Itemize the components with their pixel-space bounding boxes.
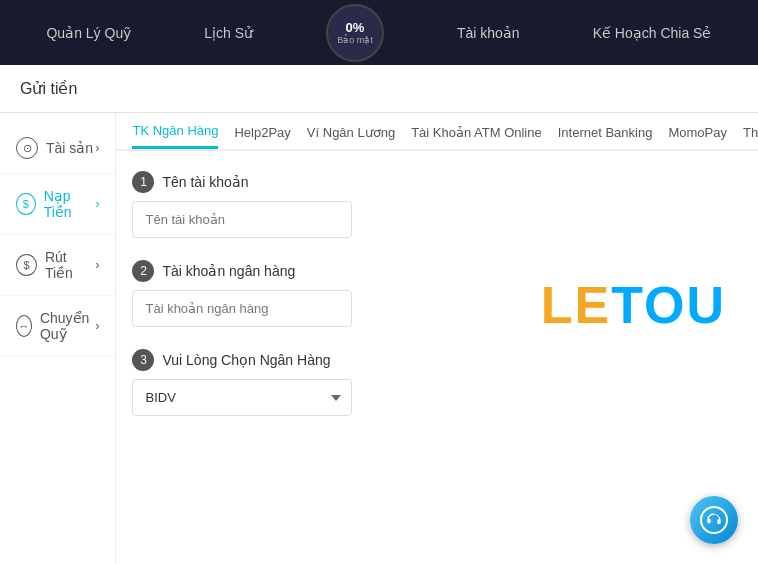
form-label-tai-khoan-ngan-hang: 2 Tài khoản ngân hàng — [132, 260, 453, 282]
chevron-tai-san: › — [95, 141, 99, 155]
label-text-ten-tai-khoan: Tên tài khoản — [162, 174, 248, 190]
letou-logo: LETOU — [541, 275, 726, 335]
tab-help2pay[interactable]: Help2Pay — [234, 125, 290, 148]
label-text-tai-khoan-ngan-hang: Tài khoản ngân hàng — [162, 263, 295, 279]
sidebar: ⊙ Tài sản › $ Nạp Tiền › $ Rút Tiền › ↔ … — [0, 113, 116, 564]
chat-icon — [700, 506, 728, 534]
page-title: Gửi tiền — [20, 80, 77, 97]
tabs-row: TK Ngân Hàng Help2Pay Ví Ngân Lương Tài … — [116, 113, 758, 151]
nav-quan-ly-quy[interactable]: Quản Lý Quỹ — [46, 25, 131, 41]
main-nav: Quản Lý Quỹ Lịch Sử 0% Bảo mật Tài khoản… — [30, 4, 728, 62]
sidebar-item-nap-tien[interactable]: $ Nạp Tiền › — [0, 174, 115, 235]
step-num-2: 2 — [132, 260, 154, 282]
sidebar-item-tai-san[interactable]: ⊙ Tài sản › — [0, 123, 115, 174]
sidebar-label-nap-tien: Nạp Tiền — [44, 188, 96, 220]
chon-ngan-hang-select[interactable]: BIDV Vietcombank Techcombank VPBank ACB … — [132, 379, 352, 416]
ten-tai-khoan-input[interactable] — [132, 201, 352, 238]
form-group-ten-tai-khoan: 1 Tên tài khoản — [132, 171, 453, 238]
form-content: 1 Tên tài khoản 2 Tài khoản ngân hàng — [116, 151, 758, 458]
header: Quản Lý Quỹ Lịch Sử 0% Bảo mật Tài khoản… — [0, 0, 758, 65]
nav-tai-khoan[interactable]: Tài khoản — [457, 25, 520, 41]
form-right: LETOU — [473, 171, 758, 438]
form-group-tai-khoan-ngan-hang: 2 Tài khoản ngân hàng — [132, 260, 453, 327]
page-title-bar: Gửi tiền — [0, 65, 758, 113]
sidebar-label-chuyen-quy: Chuyển Quỹ — [40, 310, 96, 342]
form-left: 1 Tên tài khoản 2 Tài khoản ngân hàng — [132, 171, 453, 438]
form-label-chon-ngan-hang: 3 Vui Lòng Chọn Ngân Hàng — [132, 349, 453, 371]
headset-icon — [706, 512, 722, 528]
chevron-chuyen-quy: › — [95, 319, 99, 333]
tab-tai-khoan-atm[interactable]: Tài Khoản ATM Online — [411, 125, 542, 148]
label-text-chon-ngan-hang: Vui Lòng Chọn Ngân Hàng — [162, 352, 330, 368]
content-area: TK Ngân Hàng Help2Pay Ví Ngân Lương Tài … — [116, 113, 758, 564]
sidebar-label-rut-tien: Rút Tiền — [45, 249, 96, 281]
form-label-ten-tai-khoan: 1 Tên tài khoản — [132, 171, 453, 193]
security-circle[interactable]: 0% Bảo mật — [326, 4, 384, 62]
step-num-3: 3 — [132, 349, 154, 371]
main-layout: ⊙ Tài sản › $ Nạp Tiền › $ Rút Tiền › ↔ … — [0, 113, 758, 564]
security-label: Bảo mật — [337, 35, 373, 45]
chuyen-quy-icon: ↔ — [16, 315, 32, 337]
letou-tou: TOU — [611, 276, 726, 334]
form-group-chon-ngan-hang: 3 Vui Lòng Chọn Ngân Hàng BIDV Vietcomba… — [132, 349, 453, 416]
chat-button[interactable] — [690, 496, 738, 544]
rut-tien-icon: $ — [16, 254, 37, 276]
nav-lich-su[interactable]: Lịch Sử — [204, 25, 253, 41]
chevron-nap-tien: › — [95, 197, 99, 211]
chevron-rut-tien: › — [95, 258, 99, 272]
tab-internet-banking[interactable]: Internet Banking — [558, 125, 653, 148]
nap-tien-icon: $ — [16, 193, 36, 215]
tai-san-icon: ⊙ — [16, 137, 38, 159]
step-num-1: 1 — [132, 171, 154, 193]
security-percent: 0% — [346, 20, 365, 35]
sidebar-item-chuyen-quy[interactable]: ↔ Chuyển Quỹ › — [0, 296, 115, 357]
sidebar-item-rut-tien[interactable]: $ Rút Tiền › — [0, 235, 115, 296]
tab-the-cao[interactable]: Thẻ Cào — [743, 125, 758, 148]
tab-vi-ngan-luong[interactable]: Ví Ngân Lương — [307, 125, 395, 148]
nav-ke-hoach-chia-se[interactable]: Kế Hoạch Chia Sẻ — [593, 25, 712, 41]
tai-khoan-ngan-hang-input[interactable] — [132, 290, 352, 327]
sidebar-label-tai-san: Tài sản — [46, 140, 93, 156]
tab-tk-ngan-hang[interactable]: TK Ngân Hàng — [132, 123, 218, 149]
letou-le: LE — [541, 276, 611, 334]
tab-momopay[interactable]: MomoPay — [668, 125, 727, 148]
